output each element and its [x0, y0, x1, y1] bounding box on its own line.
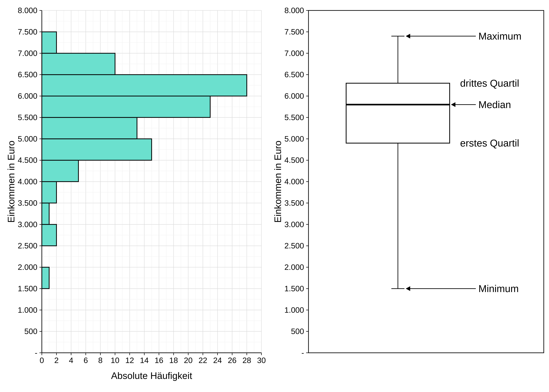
y-tick-label: 3.500: [18, 199, 37, 207]
y-tick-label: 7.000: [284, 49, 304, 58]
x-tick-label: 24: [213, 356, 222, 365]
y-tick-label: 3.000: [284, 220, 304, 229]
y-tick-label: 5.500: [284, 113, 304, 122]
y-tick-label: 500: [291, 327, 304, 336]
x-tick-label: 12: [125, 356, 134, 365]
y-tick-label: 8.000: [18, 6, 37, 15]
histogram-bar: [42, 203, 49, 224]
x-tick-label: 20: [184, 356, 193, 365]
y-tick-label: 2.500: [18, 241, 37, 250]
x-axis-label: Absolute Häufigkeit: [111, 371, 192, 381]
histogram-bar: [42, 53, 115, 75]
boxplot-frame: [309, 10, 544, 353]
y-tick-label: 5.000: [18, 134, 37, 143]
y-tick-label: -: [302, 348, 304, 357]
boxplot-annotation: Minimum: [479, 283, 519, 294]
x-tick-label: 4: [69, 356, 73, 365]
x-tick-label: 2: [54, 356, 59, 365]
y-tick-label: 2.000: [284, 263, 304, 272]
y-tick-label: 6.000: [284, 91, 304, 100]
boxplot-annotation: drittes Quartil: [460, 78, 519, 89]
y-tick-label: 1.500: [18, 284, 37, 293]
y-tick-label: 2.500: [284, 241, 304, 250]
x-tick-label: 18: [169, 356, 178, 365]
x-tick-label: 10: [111, 356, 120, 365]
histogram-bar: [42, 267, 49, 289]
histogram-bar: [42, 224, 56, 246]
y-tick-label: 4.000: [18, 177, 37, 186]
boxplot-annotation: Maximum: [479, 31, 521, 42]
histogram-bar: [42, 160, 78, 182]
y-tick-label: 500: [24, 327, 37, 336]
histogram-bar: [42, 96, 210, 118]
histogram-bar: [42, 32, 56, 53]
y-tick-label: 8.000: [284, 6, 304, 15]
histogram-bar: [42, 118, 137, 139]
y-tick-label: 6.000: [18, 91, 37, 100]
y-tick-label: 4.500: [284, 156, 304, 165]
y-tick-label: 5.500: [18, 113, 37, 122]
x-tick-label: 6: [84, 356, 88, 365]
x-tick-label: 16: [155, 356, 163, 365]
y-axis-label: Einkommen in Euro: [6, 140, 16, 223]
x-tick-label: 28: [242, 356, 251, 365]
histogram-bar: [42, 182, 56, 203]
histogram-bar: [42, 75, 247, 96]
y-tick-label: 4.000: [284, 177, 304, 186]
boxplot-panel: -5001.0001.5002.0002.5003.0003.5004.0004…: [272, 5, 549, 387]
y-tick-label: 6.500: [18, 70, 37, 79]
y-tick-label: 7.000: [18, 49, 37, 58]
histogram-panel: 024681012141618202224262830-5001.0001.50…: [5, 5, 267, 387]
x-tick-label: 22: [198, 356, 207, 365]
y-tick-label: -: [35, 348, 37, 357]
y-tick-label: 5.000: [284, 134, 304, 143]
boxplot-annotation: Median: [479, 99, 511, 110]
y-tick-label: 1.500: [284, 284, 304, 293]
y-axis-label: Einkommen in Euro: [273, 140, 283, 223]
y-tick-label: 1.000: [284, 306, 304, 314]
y-tick-label: 7.500: [284, 28, 304, 36]
histogram-bar: [42, 139, 152, 160]
y-tick-label: 1.000: [18, 306, 37, 314]
y-tick-label: 3.000: [18, 220, 37, 229]
boxplot-box: [346, 83, 450, 143]
y-tick-label: 3.500: [284, 199, 304, 207]
x-tick-label: 14: [140, 356, 149, 365]
y-tick-label: 7.500: [18, 28, 37, 36]
x-tick-label: 30: [257, 356, 266, 365]
x-tick-label: 8: [98, 356, 102, 365]
y-tick-label: 2.000: [18, 263, 37, 272]
boxplot-annotation: erstes Quartil: [460, 137, 519, 148]
x-tick-label: 26: [228, 356, 237, 365]
y-tick-label: 4.500: [18, 156, 37, 165]
y-tick-label: 6.500: [284, 70, 304, 79]
x-tick-label: 0: [40, 356, 44, 365]
